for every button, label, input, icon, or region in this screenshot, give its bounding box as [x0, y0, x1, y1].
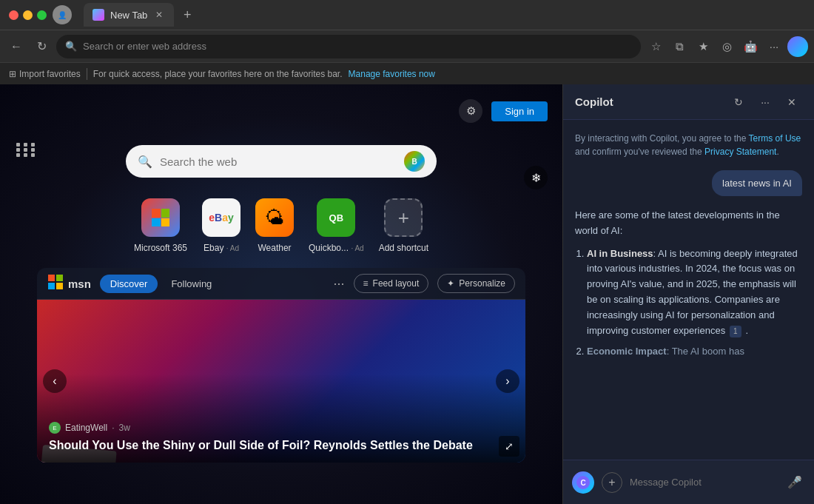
news-next-button[interactable]: ›: [496, 369, 519, 393]
msn-logo: msn: [47, 274, 91, 293]
snow-button[interactable]: ❄: [524, 166, 548, 189]
svg-rect-2: [152, 218, 161, 226]
copilot-body: By interacting with Copilot, you agree t…: [563, 120, 814, 460]
msn-more-button[interactable]: ···: [334, 276, 345, 292]
terms-of-use-link[interactable]: Terms of Use: [749, 133, 801, 144]
shortcut-ebay[interactable]: eBay Ebay · Ad: [202, 198, 240, 253]
copilot-close-button[interactable]: ✕: [781, 92, 802, 112]
quickbooks-label: Quickbo... · Ad: [309, 243, 364, 253]
msn-logo-text: msn: [68, 278, 91, 290]
import-favorites-button[interactable]: ⊞ Import favorites: [9, 69, 81, 79]
active-tab[interactable]: New Tab ✕: [84, 3, 174, 27]
refresh-button[interactable]: ↻: [31, 36, 52, 57]
personalize-label: Personalize: [459, 278, 505, 289]
minimize-button[interactable]: [23, 10, 33, 20]
news-source: E EatingWell · 3w: [49, 422, 514, 434]
favorite-icon[interactable]: ☆: [645, 36, 666, 57]
ai-point-2-body: : The AI boom has: [667, 346, 744, 357]
copilot-message-input[interactable]: [630, 477, 777, 488]
shortcut-weather[interactable]: 🌤 Weather: [255, 198, 294, 253]
news-prev-button[interactable]: ‹: [43, 369, 67, 393]
news-source-icon: E: [49, 422, 61, 434]
copilot-voice-button[interactable]: 🎤: [784, 472, 805, 493]
sign-in-button[interactable]: Sign in: [491, 101, 548, 121]
copilot-tos: By interacting with Copilot, you agree t…: [575, 132, 802, 158]
more-icon[interactable]: ···: [764, 36, 784, 57]
ai-response-list: AI in Business: AI is becoming deeply in…: [575, 246, 802, 360]
copilot-add-button[interactable]: +: [602, 472, 622, 493]
profile-avatar[interactable]: 👤: [53, 5, 72, 24]
maximize-button[interactable]: [37, 10, 47, 20]
favorites-hint: For quick access, place your favorites h…: [93, 69, 343, 79]
news-time: 3w: [118, 423, 130, 433]
shortcut-add[interactable]: + Add shortcut: [379, 198, 428, 253]
svg-rect-5: [56, 275, 63, 281]
toolbar-icons: ☆ ⧉ ★ ◎ 🤖 ···: [645, 36, 808, 57]
ebay-label: Ebay · Ad: [204, 243, 239, 253]
privacy-statement-link[interactable]: Privacy Statement: [704, 147, 776, 157]
ai-response-intro: Here are some of the latest developments…: [575, 208, 802, 239]
ai-response: Here are some of the latest developments…: [575, 208, 802, 366]
tos-prefix: By interacting with Copilot, you agree t…: [575, 133, 749, 144]
add-shortcut-icon: +: [384, 198, 423, 237]
copilot-refresh-button[interactable]: ↻: [728, 92, 749, 112]
tab-favicon: [92, 9, 104, 21]
copilot-title: Copilot: [575, 95, 722, 108]
settings-button[interactable]: ⚙: [459, 99, 482, 123]
copilot-icon[interactable]: 🤖: [740, 36, 761, 57]
personalize-icon: ✦: [447, 278, 454, 289]
collections-icon[interactable]: ★: [693, 36, 713, 57]
copilot-more-button[interactable]: ···: [755, 92, 776, 112]
ai-point-1-end: .: [745, 325, 748, 336]
profile-icon[interactable]: ◎: [716, 36, 737, 57]
grid-dots-button[interactable]: [15, 138, 38, 161]
news-content: E EatingWell · 3w Should You Use the Shi…: [37, 413, 525, 463]
news-headline[interactable]: Should You Use the Shiny or Dull Side of…: [49, 438, 514, 454]
back-button[interactable]: ←: [6, 36, 27, 57]
address-bar[interactable]: 🔍 Search or enter web address: [56, 35, 641, 58]
title-bar: 👤 New Tab ✕ +: [0, 0, 814, 30]
tos-middle: and confirm you've reviewed the: [575, 147, 704, 157]
ai-point-1-title: AI in Business: [587, 248, 653, 259]
manage-favorites-link[interactable]: Manage favorites now: [349, 69, 435, 79]
new-tab-page: ⚙ Sign in ❄ 🔍 B Microsoft 365: [0, 84, 562, 504]
ebay-icon: eBay: [202, 198, 240, 237]
feed-layout-button[interactable]: ≡ Feed layout: [354, 274, 429, 293]
svg-rect-1: [161, 209, 169, 218]
search-icon: 🔍: [138, 155, 152, 169]
tos-suffix: .: [776, 147, 778, 157]
search-input[interactable]: [160, 155, 397, 168]
personalize-button[interactable]: ✦ Personalize: [437, 274, 515, 293]
weather-icon: 🌤: [255, 198, 294, 237]
favorites-bar: ⊞ Import favorites For quick access, pla…: [0, 62, 814, 84]
shortcuts-row: Microsoft 365 eBay Ebay · Ad 🌤 Weather Q…: [134, 198, 428, 253]
shortcut-microsoft365[interactable]: Microsoft 365: [134, 198, 187, 253]
svg-text:C: C: [580, 479, 585, 487]
tab-bar: New Tab ✕ +: [84, 3, 805, 27]
edge-user-avatar[interactable]: [787, 36, 808, 57]
msn-feed: msn Discover Following ··· ≡ Feed layout…: [37, 268, 525, 463]
svg-rect-6: [48, 283, 55, 289]
quickbooks-icon: QB: [317, 198, 355, 237]
tab-discover[interactable]: Discover: [100, 275, 158, 293]
new-tab-button[interactable]: +: [177, 4, 198, 25]
tab-close-button[interactable]: ✕: [153, 9, 165, 21]
svg-rect-0: [152, 209, 161, 218]
copilot-panel: Copilot ↻ ··· ✕ By interacting with Copi…: [562, 84, 814, 504]
news-source-name: EatingWell: [65, 423, 107, 433]
ai-point-2-title: Economic Impact: [587, 346, 667, 357]
close-button[interactable]: [9, 10, 18, 20]
traffic-lights: [9, 10, 47, 20]
copilot-input-area: C + 🎤: [563, 460, 814, 504]
search-box[interactable]: 🔍 B: [126, 145, 437, 178]
news-expand-button[interactable]: ⤢: [499, 436, 519, 457]
search-icon: 🔍: [65, 41, 77, 52]
shortcut-quickbooks[interactable]: QB Quickbo... · Ad: [309, 198, 364, 253]
tab-following[interactable]: Following: [161, 275, 222, 293]
import-icon: ⊞: [9, 69, 16, 79]
ai-response-item-1: AI in Business: AI is becoming deeply in…: [587, 246, 802, 339]
snow-icon: ❄: [531, 171, 541, 185]
feed-layout-icon: ≡: [363, 278, 369, 289]
ai-reference-1: 1: [730, 326, 741, 337]
split-icon[interactable]: ⧉: [669, 36, 690, 57]
